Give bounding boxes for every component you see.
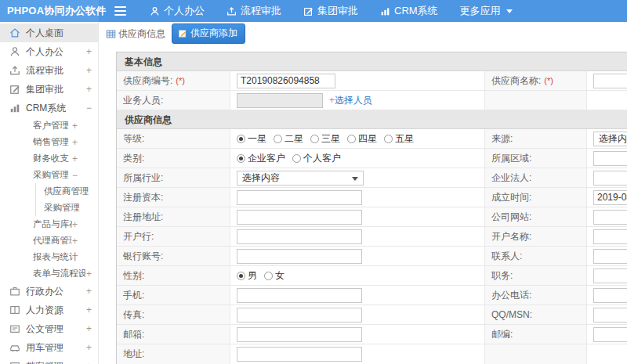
region-input[interactable] (593, 151, 627, 166)
radio-option[interactable]: 三星 (310, 132, 340, 146)
office-phone-input[interactable] (593, 288, 627, 303)
expand-toggle[interactable]: + (86, 66, 92, 75)
topnav-group-approval[interactable]: 集团审批 (303, 4, 358, 18)
sidebar-item-workflow-approval[interactable]: 流程审批 + (0, 61, 98, 80)
topnav-crm-system[interactable]: CRM系统 (380, 4, 438, 18)
radio-icon[interactable] (347, 135, 356, 143)
founded-date-input[interactable] (593, 190, 627, 205)
expand-toggle[interactable]: + (86, 269, 92, 279)
sidebar-item-personal-desktop[interactable]: 个人桌面 (0, 23, 98, 42)
collapse-toggle[interactable]: − (72, 171, 78, 180)
expand-toggle[interactable]: + (72, 220, 78, 229)
radio-icon[interactable] (274, 135, 282, 143)
supplier-name-input[interactable] (593, 74, 627, 88)
sidebar-item-crm-system[interactable]: CRM系统 − (0, 99, 98, 117)
radio-icon[interactable] (264, 272, 273, 280)
sidebar-item-reports-stats[interactable]: 报表与统计 (0, 249, 98, 265)
industry-select[interactable]: 选择内容 (237, 171, 364, 186)
sidebar-item-customer-mgmt[interactable]: 客户管理 + (0, 117, 98, 134)
add-edit-icon (178, 29, 187, 38)
sidebar-item-purchase-mgmt[interactable]: 采购管理 − (0, 167, 98, 183)
registered-address-input[interactable] (237, 210, 362, 225)
sidebar-item-form-flow-settings[interactable]: 表单与流程设置 + (0, 265, 98, 282)
sidebar-item-product-inventory[interactable]: 产品与库存 + (0, 216, 98, 232)
zip-code-input[interactable] (593, 327, 627, 342)
radio-icon[interactable] (237, 272, 245, 280)
expand-toggle[interactable]: + (72, 121, 78, 131)
radio-icon[interactable] (237, 135, 245, 143)
radio-icon[interactable] (310, 135, 319, 143)
expand-toggle[interactable]: + (86, 324, 92, 333)
radio-option[interactable]: 一星 (237, 132, 266, 146)
expand-toggle[interactable]: + (86, 305, 92, 315)
position-input[interactable] (593, 268, 627, 283)
qq-msn-input[interactable] (593, 308, 627, 323)
topnav-personal-office[interactable]: 个人办公 (150, 4, 205, 18)
supplier-name-label: 供应商名称: (*) (485, 71, 587, 90)
sidebar-item-hr[interactable]: 人力资源 + (0, 301, 98, 319)
grade-label: 等级: (117, 129, 230, 148)
supplier-code-label: 供应商编号: (*) (117, 71, 230, 90)
expand-toggle[interactable]: + (72, 154, 78, 164)
archive-icon (9, 361, 20, 364)
section-header-basic-info: 基本信息 (117, 52, 627, 71)
radio-icon[interactable] (292, 154, 301, 163)
sidebar-item-finance[interactable]: 财务收支 + (0, 150, 98, 167)
menu-toggle-icon[interactable] (114, 6, 126, 16)
company-website-input[interactable] (593, 210, 627, 225)
source-label: 来源: (485, 129, 587, 148)
radio-icon[interactable] (384, 135, 393, 143)
tab-supplier-add[interactable]: 供应商添加 (172, 23, 245, 44)
bank-branch-input[interactable] (237, 229, 362, 244)
registered-capital-input[interactable] (237, 190, 362, 205)
expand-toggle[interactable]: + (86, 85, 92, 94)
bank-account-input[interactable] (237, 249, 362, 264)
topnav-workflow-approval[interactable]: 流程审批 (227, 4, 281, 18)
account-name-input[interactable] (593, 229, 627, 244)
source-select[interactable]: 选择内容 (593, 132, 627, 146)
legal-person-input[interactable] (593, 171, 627, 186)
radio-option[interactable]: 企业客户 (237, 152, 285, 165)
empty-field-cell (587, 91, 627, 110)
expand-toggle[interactable]: + (72, 236, 78, 246)
supplier-code-input[interactable] (237, 74, 335, 88)
sidebar-item-archive-mgmt[interactable]: 档案管理 + (0, 357, 98, 364)
sidebar-item-sales-mgmt[interactable]: 销售管理 + (0, 134, 98, 150)
contact-person-label: 联系人: (485, 247, 587, 265)
sidebar-item-vehicle-mgmt[interactable]: 用车管理 + (0, 338, 98, 357)
radio-option[interactable]: 四星 (347, 132, 377, 146)
sidebar-item-supplier-mgmt[interactable]: 供应商管理 (0, 183, 98, 200)
mobile-input[interactable] (237, 288, 362, 303)
expand-toggle[interactable]: + (86, 287, 92, 296)
expand-toggle[interactable]: + (72, 138, 78, 147)
business-staff-input[interactable] (237, 93, 323, 108)
radio-option[interactable]: 个人客户 (292, 152, 341, 165)
email-label: 邮箱: (117, 325, 230, 344)
radio-option[interactable]: 五星 (384, 132, 414, 146)
radio-option[interactable]: 女 (264, 269, 285, 283)
person-icon (150, 6, 160, 16)
sidebar-item-purchasing[interactable]: 采购管理 (0, 200, 98, 216)
registered-capital-label: 注册资本: (117, 188, 230, 207)
sidebar-item-document-mgmt[interactable]: 公文管理 + (0, 319, 98, 338)
form-row: 注册资本: 成立时间: (117, 188, 627, 207)
radio-icon[interactable] (237, 154, 245, 163)
sidebar-item-admin-office[interactable]: 行政办公 + (0, 282, 98, 301)
collapse-toggle[interactable]: − (86, 103, 92, 113)
fax-label: 传真: (117, 305, 230, 324)
fax-input[interactable] (237, 308, 362, 323)
sidebar-item-personal-office[interactable]: 个人办公 + (0, 42, 98, 61)
expand-toggle[interactable]: + (86, 47, 92, 56)
choose-staff-link[interactable]: 选择人员 (335, 94, 372, 107)
email-input[interactable] (237, 327, 362, 342)
radio-option[interactable]: 二星 (274, 132, 303, 146)
sidebar-item-agent-mgmt[interactable]: 代理商管理 + (0, 232, 98, 249)
radio-option[interactable]: 男 (237, 269, 257, 283)
contact-person-input[interactable] (593, 249, 627, 264)
form-row: 类别: 企业客户 个人客户 所属区域: (117, 149, 627, 168)
address-input[interactable] (237, 347, 362, 362)
tab-supplier-list[interactable]: 供应商信息 (106, 27, 165, 41)
expand-toggle[interactable]: + (86, 343, 92, 352)
sidebar-item-group-approval[interactable]: 集团审批 + (0, 80, 98, 99)
topnav-more-apps[interactable]: 更多应用 (460, 4, 513, 18)
